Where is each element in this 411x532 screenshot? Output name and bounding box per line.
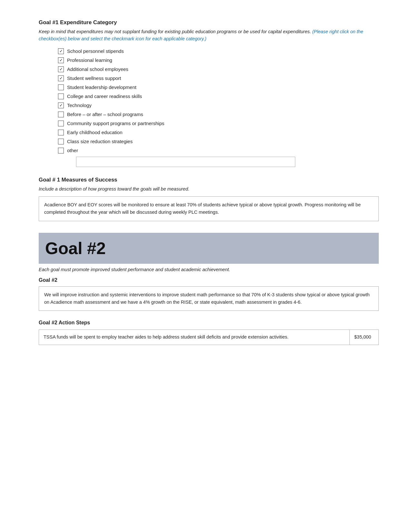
goal1-measures-section: Goal # 1 Measures of Success Include a d… [39,177,379,221]
goal2-label: Goal #2 [39,277,379,283]
checkbox-label-6: Technology [67,103,92,108]
checkbox-item-4[interactable]: Student leadership development [58,84,379,90]
checkbox-item-8[interactable]: Community support programs or partnershi… [58,121,379,126]
checkbox-box-3[interactable] [58,75,64,81]
checkbox-box-11[interactable] [58,148,64,153]
goal1-description-plain: Keep in mind that expenditures may not s… [39,29,311,34]
checkbox-box-6[interactable] [58,103,64,108]
goal2-subtitle: Each goal must promote improved student … [39,267,379,272]
checkbox-item-3[interactable]: Student wellness support [58,75,379,81]
checkbox-box-4[interactable] [58,84,64,90]
goal2-header-block: Goal #2 [39,233,379,264]
measures-subtitle: Include a description of how progress to… [39,186,379,193]
action-steps-title: Goal #2 Action Steps [39,320,379,326]
goal2-text-box: We will improve instruction and systemic… [39,286,379,311]
measures-text-box: Acadience BOY and EOY scores will be mon… [39,196,379,221]
checkbox-box-1[interactable] [58,57,64,63]
goal1-description: Keep in mind that expenditures may not s… [39,28,379,43]
checkbox-label-1: Professional learning [67,57,112,63]
goal2-header-title: Goal #2 [45,239,372,258]
checkbox-item-7[interactable]: Before – or after – school programs [58,112,379,117]
checkbox-box-5[interactable] [58,94,64,99]
goal1-expenditure-section: Goal #1 Expenditure Category Keep in min… [39,19,379,167]
checkbox-label-7: Before – or after – school programs [67,112,143,117]
checkbox-item-1[interactable]: Professional learning [58,57,379,63]
goal1-title: Goal #1 Expenditure Category [39,19,379,26]
checkbox-box-9[interactable] [58,130,64,135]
checkbox-box-0[interactable] [58,48,64,54]
checkbox-label-11: other [67,148,78,153]
checkbox-label-9: Early childhood education [67,130,122,135]
checkbox-item-0[interactable]: School personnel stipends [58,48,379,54]
action-step-amount-0: $35,000 [350,330,379,345]
action-steps-table: TSSA funds will be spent to employ teach… [39,330,379,345]
action-step-description-0: TSSA funds will be spent to employ teach… [39,330,350,345]
checkbox-label-3: Student wellness support [67,75,121,81]
measures-title: Goal # 1 Measures of Success [39,177,379,183]
checkbox-box-7[interactable] [58,112,64,117]
action-step-row-0: TSSA funds will be spent to employ teach… [39,330,379,345]
expenditure-checkbox-list: School personnel stipendsProfessional le… [58,48,379,153]
checkbox-label-4: Student leadership development [67,84,136,90]
checkbox-label-10: Class size reduction strategies [67,139,132,144]
checkbox-label-5: College and career readiness skills [67,94,142,99]
checkbox-item-11[interactable]: other [58,148,379,153]
checkbox-box-10[interactable] [58,139,64,144]
checkbox-item-2[interactable]: Additional school employees [58,66,379,72]
other-input[interactable] [76,157,295,167]
checkbox-item-10[interactable]: Class size reduction strategies [58,139,379,144]
checkbox-label-8: Community support programs or partnershi… [67,121,164,126]
checkbox-item-9[interactable]: Early childhood education [58,130,379,135]
checkbox-box-8[interactable] [58,121,64,126]
checkbox-label-2: Additional school employees [67,66,128,72]
checkbox-box-2[interactable] [58,66,64,72]
checkbox-label-0: School personnel stipends [67,48,124,54]
checkbox-item-5[interactable]: College and career readiness skills [58,94,379,99]
checkbox-item-6[interactable]: Technology [58,103,379,108]
